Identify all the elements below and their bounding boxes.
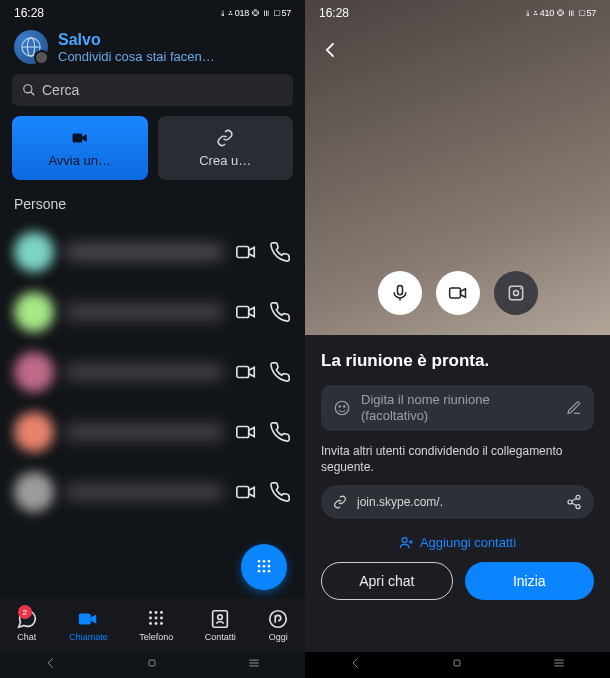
svg-point-37 (339, 406, 341, 408)
android-home[interactable] (450, 656, 464, 674)
calls-screen: 16:28 ⫰ ⁂ 018 ⦾ ⫴ ⬚57 Salvo Condividi co… (0, 0, 305, 678)
svg-point-19 (149, 611, 152, 614)
contact-row[interactable] (0, 282, 305, 342)
android-back[interactable] (44, 656, 58, 674)
meeting-link-box: join.skype.com/. (321, 485, 594, 519)
nav-today[interactable]: Oggi (267, 608, 289, 642)
profile-status[interactable]: Condividi cosa stai facen… (58, 49, 215, 64)
avatar[interactable] (14, 30, 48, 64)
svg-rect-8 (237, 487, 249, 498)
search-input[interactable]: Cerca (12, 74, 293, 106)
add-user-icon (399, 535, 414, 550)
add-contacts-button[interactable]: Aggiungi contatti (321, 535, 594, 550)
meeting-link[interactable]: join.skype.com/. (357, 495, 556, 509)
chat-badge: 2 (18, 605, 32, 619)
video-call-icon[interactable] (235, 301, 257, 323)
svg-point-14 (268, 565, 271, 568)
effects-toggle[interactable] (494, 271, 538, 315)
dialpad-fab[interactable] (241, 544, 287, 590)
contact-avatar (14, 472, 54, 512)
nav-contacts[interactable]: Contatti (205, 608, 236, 642)
svg-point-35 (513, 291, 518, 296)
svg-point-16 (263, 570, 266, 573)
video-icon (77, 608, 99, 630)
video-icon (448, 283, 468, 303)
action-button-row: Avvia un… Crea u… (0, 116, 305, 180)
create-link-button[interactable]: Crea u… (158, 116, 294, 180)
svg-point-23 (155, 617, 158, 620)
video-call-icon[interactable] (235, 361, 257, 383)
create-link-label: Crea u… (199, 153, 251, 168)
meeting-name-input[interactable]: Digita il nome riunione(facoltativo) (321, 385, 594, 431)
share-icon[interactable] (566, 494, 582, 510)
mic-icon (390, 283, 410, 303)
svg-rect-3 (72, 133, 82, 142)
nav-phone[interactable]: Telefono (139, 608, 173, 642)
svg-rect-5 (237, 307, 249, 318)
mic-toggle[interactable] (378, 271, 422, 315)
svg-point-26 (155, 622, 158, 625)
contacts-icon (209, 608, 231, 630)
video-call-icon[interactable] (235, 241, 257, 263)
meeting-name-placeholder: Digita il nome riunione(facoltativo) (361, 392, 556, 423)
sheet-button-row: Apri chat Inizia (321, 562, 594, 600)
svg-rect-33 (449, 288, 460, 298)
profile-name[interactable]: Salvo (58, 31, 215, 49)
svg-point-13 (263, 565, 266, 568)
nav-calls[interactable]: Chiamate (69, 608, 108, 642)
edit-icon[interactable] (566, 400, 582, 416)
start-meeting-button[interactable]: Inizia (465, 562, 595, 600)
video-icon (69, 129, 91, 147)
svg-point-12 (258, 565, 261, 568)
contact-name (66, 305, 223, 319)
nav-chat-label: Chat (17, 632, 36, 642)
video-call-icon[interactable] (235, 421, 257, 443)
start-call-button[interactable]: Avvia un… (12, 116, 148, 180)
contact-row[interactable] (0, 402, 305, 462)
camera-preview (305, 0, 610, 335)
audio-call-icon[interactable] (269, 421, 291, 443)
svg-point-39 (576, 496, 580, 500)
meeting-sheet: La riunione è pronta. Digita il nome riu… (305, 335, 610, 652)
search-placeholder: Cerca (42, 82, 79, 98)
dialpad-icon (254, 557, 274, 577)
contact-name (66, 245, 223, 259)
svg-rect-43 (455, 660, 461, 666)
open-chat-button[interactable]: Apri chat (321, 562, 453, 600)
svg-point-30 (270, 611, 287, 628)
invite-text: Invita altri utenti condividendo il coll… (321, 443, 594, 475)
dialpad-icon (145, 608, 167, 630)
search-icon (22, 83, 36, 97)
today-icon (267, 608, 289, 630)
camera-toggle[interactable] (436, 271, 480, 315)
android-recent[interactable] (247, 656, 261, 674)
video-call-icon[interactable] (235, 481, 257, 503)
audio-call-icon[interactable] (269, 301, 291, 323)
android-back[interactable] (349, 656, 363, 674)
contact-avatar (14, 412, 54, 452)
svg-point-24 (160, 617, 163, 620)
audio-call-icon[interactable] (269, 241, 291, 263)
status-time: 16:28 (319, 6, 349, 20)
android-recent[interactable] (552, 656, 566, 674)
contact-row[interactable] (0, 462, 305, 522)
svg-rect-32 (397, 286, 402, 295)
contact-row[interactable] (0, 222, 305, 282)
contact-name (66, 485, 223, 499)
android-nav-bar (0, 652, 305, 678)
audio-call-icon[interactable] (269, 361, 291, 383)
svg-point-15 (258, 570, 261, 573)
android-home[interactable] (145, 656, 159, 674)
chevron-left-icon (321, 40, 341, 60)
svg-rect-18 (79, 614, 91, 625)
svg-point-29 (218, 615, 223, 620)
back-button[interactable] (321, 40, 341, 64)
svg-point-11 (268, 560, 271, 563)
nav-chat[interactable]: 2 Chat (16, 608, 38, 642)
svg-point-20 (155, 611, 158, 614)
svg-point-2 (24, 85, 32, 93)
audio-call-icon[interactable] (269, 481, 291, 503)
contact-row[interactable] (0, 342, 305, 402)
svg-point-25 (149, 622, 152, 625)
contact-avatar (14, 232, 54, 272)
